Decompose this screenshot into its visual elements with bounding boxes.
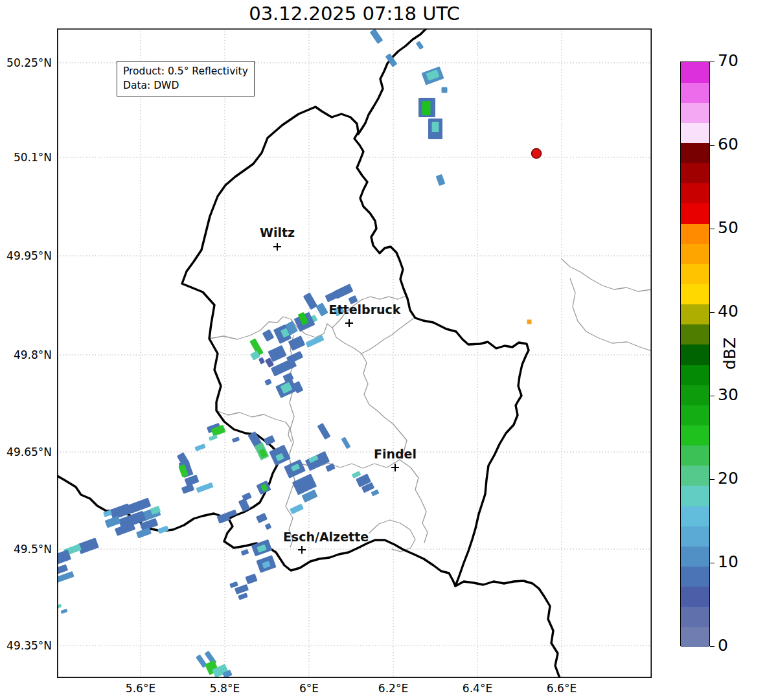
colorbar-tick-mark [710, 229, 715, 229]
city-label: Findel [374, 447, 417, 461]
radar-echo-cell [341, 436, 350, 449]
colorbar-segment [681, 566, 709, 587]
radar-echo-cell [232, 436, 240, 442]
radar-map-page: 03.12.2025 07:18 UTC [0, 0, 767, 700]
colorbar-segment [681, 102, 709, 123]
radar-echo-cell [325, 463, 336, 472]
national-border-lines [57, 28, 560, 678]
city-cross-marker [273, 243, 281, 251]
product-line: Product: 0.5° Reflectivity [123, 64, 248, 78]
regional-border-lines [209, 259, 652, 552]
colorbar-segment [681, 243, 709, 264]
colorbar-segment [681, 82, 709, 103]
radar-echo-cell [238, 593, 248, 600]
lat-tick-label: 50.1°N [0, 151, 52, 164]
colorbar-segment [681, 546, 709, 567]
colorbar-segment [681, 324, 709, 345]
colorbar-tick-label: 70 [718, 51, 738, 70]
lat-tick-label: 49.8°N [0, 348, 52, 361]
data-source-line: Data: DWD [123, 78, 248, 93]
colorbar-segment [681, 284, 709, 305]
colorbar-segment [681, 627, 709, 648]
colorbar-segment [681, 344, 709, 365]
radar-echo-cell [245, 574, 257, 585]
colorbar-tick-label: 60 [718, 135, 738, 153]
colorbar-tick-mark [710, 396, 715, 396]
colorbar-tick-label: 10 [718, 552, 738, 571]
country-border-layer [57, 28, 652, 678]
city-label: Wiltz [260, 225, 295, 240]
radar-echo-cell [315, 302, 328, 317]
colorbar-segment [681, 425, 709, 446]
colorbar-tick-label: 0 [718, 636, 728, 655]
colorbar-tick-mark [710, 62, 715, 62]
lon-tick-label: 6.6°E [547, 682, 577, 695]
colorbar-segment [681, 587, 709, 607]
lat-tick-label: 49.95°N [0, 249, 52, 262]
city-label: Esch/Alzette [283, 530, 369, 544]
colorbar-tick-label: 50 [718, 218, 738, 237]
colorbar-tick-mark [710, 312, 715, 313]
radar-echo-cell [264, 435, 275, 446]
colorbar-segment [681, 163, 709, 184]
map-canvas: WiltzEttelbruckFindelEsch/Alzette [57, 28, 652, 678]
page-title: 03.12.2025 07:18 UTC [57, 3, 652, 25]
lon-tick-label: 5.8°E [210, 682, 240, 695]
france-germany-border [455, 581, 560, 678]
colorbar-unit-label: dBZ [720, 337, 739, 370]
colorbar-tick-label: 20 [718, 469, 738, 488]
colorbar-tick-mark [710, 479, 715, 480]
colorbar-segment [681, 304, 709, 325]
city-label: Ettelbruck [329, 302, 401, 317]
radar-echo-cell [264, 378, 272, 385]
radar-echo-cell [303, 293, 317, 310]
radar-echo-cell [157, 526, 169, 534]
graticule-layer [57, 28, 652, 678]
colorbar-segment [681, 466, 709, 486]
colorbar-segment [681, 122, 709, 143]
lat-tick-label: 49.65°N [0, 446, 52, 458]
colorbar-tick-label: 40 [718, 302, 738, 321]
lon-tick-label: 6°E [299, 682, 319, 695]
map-frame-border [58, 29, 651, 677]
radar-echo-cell [77, 537, 99, 554]
colorbar-segment [681, 446, 709, 466]
city-cross-marker [298, 546, 306, 554]
colorbar-segment [681, 405, 709, 425]
city-cross-marker [345, 319, 353, 327]
lon-tick-label: 5.6°E [126, 682, 155, 695]
lat-tick-label: 49.5°N [0, 543, 52, 556]
radar-echo-cell [265, 523, 272, 530]
radar-echo-cell [371, 490, 380, 497]
radar-echo-cell [416, 41, 424, 50]
lat-tick-label: 50.25°N [0, 56, 52, 69]
radar-echo-cell [196, 482, 213, 493]
colorbar-segment [681, 223, 709, 244]
colorbar-segment [681, 143, 709, 164]
colorbar [680, 62, 710, 646]
belgium-germany-border [358, 28, 426, 134]
colorbar-tick-mark [710, 145, 715, 146]
colorbar-segment [681, 385, 709, 405]
station-square-marker [527, 320, 532, 324]
radar-echo-cell [290, 504, 304, 515]
radar-echo-cell [256, 513, 268, 523]
lat-tick-label: 49.35°N [0, 639, 52, 652]
map-area: WiltzEttelbruckFindelEsch/Alzette Produc… [57, 28, 652, 678]
radar-echo-layer [57, 28, 448, 678]
colorbar-segment [681, 264, 709, 284]
radar-echo-cell [442, 87, 448, 93]
radar-echo-cell [258, 357, 265, 364]
colorbar-segment [681, 486, 709, 506]
radar-echo-cell [436, 174, 446, 186]
colorbar-segment [681, 183, 709, 204]
radar-echo-cell [422, 101, 431, 115]
radar-echo-cell [432, 122, 439, 132]
radar-echo-cell [57, 564, 68, 574]
radar-echo-cell [194, 444, 205, 451]
lon-tick-label: 6.2°E [378, 682, 408, 695]
product-info-box: Product: 0.5° Reflectivity Data: DWD [117, 61, 255, 96]
radar-echo-cell [60, 609, 67, 614]
colorbar-segment [681, 365, 709, 385]
radar-echo-cell [370, 28, 384, 44]
